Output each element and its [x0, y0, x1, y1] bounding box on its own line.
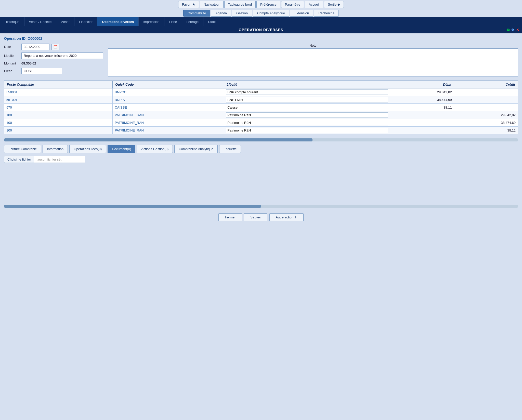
- sauver-button[interactable]: Sauver: [244, 213, 267, 221]
- third-nav: HistoriqueVente / RecetteAchatFinancierO…: [0, 17, 522, 26]
- credit-cell: [454, 104, 518, 111]
- bottom-tab-ecriture-comptable[interactable]: Ecriture Comptable: [4, 145, 41, 153]
- third-nav-lettrage[interactable]: Lettrage: [182, 17, 204, 26]
- poste-link[interactable]: 100: [6, 113, 12, 117]
- debit-cell: 29.842,82: [390, 88, 454, 96]
- bottom-tab-operations-liees[interactable]: Opérations liées(0): [69, 145, 106, 153]
- page-title-icons: ⧉ ✥ ✕: [507, 28, 519, 32]
- third-nav-stock[interactable]: Stock: [203, 17, 221, 26]
- bottom-hscroll-thumb: [4, 205, 261, 208]
- libelle-cell-input[interactable]: [226, 128, 388, 133]
- top-nav-tableau-de-bord[interactable]: Tableau de bord: [224, 1, 256, 8]
- montant-value: 68.355,62: [21, 61, 36, 65]
- col-debit: Débit: [390, 81, 454, 88]
- libelle-cell-input[interactable]: [226, 97, 388, 102]
- file-chooser-text: aucun fichier sél.: [34, 156, 85, 163]
- close-icon[interactable]: ✕: [516, 28, 519, 32]
- table-row: 100PATRIMOINE_RAN38.474,69: [4, 119, 518, 127]
- operation-id-label: Opération ID=: [4, 36, 28, 41]
- calendar-button[interactable]: 📅: [51, 44, 59, 50]
- page-title: OPÉRATION DIVERSES: [239, 28, 283, 32]
- operation-id-value: O000002: [28, 36, 42, 41]
- page-title-bar: OPÉRATION DIVERSES ⧉ ✥ ✕: [0, 26, 522, 33]
- fermer-button[interactable]: Fermer: [218, 213, 242, 221]
- debit-cell: [390, 127, 454, 134]
- libelle-cell-input[interactable]: [226, 120, 388, 125]
- table-row: 550001BNPCC29.842,82: [4, 88, 518, 96]
- third-nav-impression[interactable]: Impression: [139, 17, 164, 26]
- credit-cell: 38,11: [454, 127, 518, 134]
- credit-cell: 38.474,69: [454, 119, 518, 127]
- quickcode-link[interactable]: BNPLV: [115, 98, 125, 102]
- table-hscroll[interactable]: [4, 138, 518, 141]
- montant-label: Montant: [4, 61, 19, 65]
- bottom-tab-information[interactable]: Information: [43, 145, 68, 153]
- poste-link[interactable]: 100: [6, 121, 12, 125]
- debit-cell: [390, 111, 454, 119]
- bottom-tab-document[interactable]: Document(0): [108, 145, 135, 153]
- quickcode-link[interactable]: PATRIMOINE_RAN: [115, 113, 144, 117]
- third-nav-vente-recette[interactable]: Vente / Recette: [24, 17, 57, 26]
- third-nav-achat[interactable]: Achat: [56, 17, 74, 26]
- poste-link[interactable]: 100: [6, 128, 12, 132]
- libelle-row: Libellé: [4, 52, 103, 59]
- third-nav-fiche[interactable]: Fiche: [164, 17, 182, 26]
- note-label: Note: [108, 44, 518, 47]
- hscroll-thumb: [4, 138, 312, 141]
- second-nav-extension[interactable]: Extension: [290, 10, 313, 17]
- bottom-tab-comptabilite-analytique[interactable]: Comptabilité Analytique: [174, 145, 218, 153]
- col-libelle: Libellé: [224, 81, 390, 88]
- third-nav-historique[interactable]: Historique: [0, 17, 24, 26]
- piece-input[interactable]: [21, 68, 62, 74]
- montant-row: Montant 68.355,62: [4, 61, 103, 65]
- debit-cell: 38.474,69: [390, 96, 454, 104]
- libelle-cell-input[interactable]: [226, 105, 388, 110]
- top-nav-sortie[interactable]: Sortie ◆: [324, 1, 344, 8]
- second-nav: ComptabilitéAgendaGestionCompta Analytiq…: [0, 9, 522, 17]
- note-textarea[interactable]: [108, 48, 518, 76]
- table-header: Poste Comptable Quick Code Libellé Débit…: [4, 81, 518, 88]
- autre-action-button[interactable]: Autre action ⇓: [269, 213, 304, 221]
- bottom-hscroll[interactable]: [4, 205, 518, 208]
- poste-link[interactable]: 551001: [6, 98, 17, 102]
- libelle-input[interactable]: [21, 52, 103, 59]
- quickcode-link[interactable]: PATRIMOINE_RAN: [115, 121, 144, 125]
- second-nav-gestion[interactable]: Gestion: [232, 10, 252, 17]
- col-quickcode: Quick Code: [113, 81, 224, 88]
- second-nav-agenda[interactable]: Agenda: [211, 10, 231, 17]
- table-scroll-area: Poste Comptable Quick Code Libellé Débit…: [4, 81, 518, 136]
- quickcode-link[interactable]: CAISSE: [115, 106, 127, 109]
- second-nav-comptabilite[interactable]: Comptabilité: [183, 10, 210, 17]
- top-nav-favori[interactable]: Favori ★: [178, 1, 199, 8]
- quickcode-link[interactable]: BNPCC: [115, 90, 126, 94]
- col-poste: Poste Comptable: [4, 81, 113, 88]
- bottom-tabs: Ecriture ComptableInformationOpérations …: [4, 145, 518, 153]
- expand-icon[interactable]: ⧉: [507, 28, 510, 32]
- third-nav-operations-diverses[interactable]: Opérations diverses: [97, 17, 139, 26]
- libelle-label: Libellé: [4, 54, 19, 58]
- libelle-cell-input[interactable]: [226, 112, 388, 118]
- top-nav-navigateur[interactable]: Navigateur: [200, 1, 224, 8]
- poste-link[interactable]: 550001: [6, 90, 17, 94]
- operation-id: Opération ID=O000002: [4, 36, 518, 41]
- debit-cell: [390, 119, 454, 127]
- bottom-tab-etiquette[interactable]: Etiquette: [219, 145, 241, 153]
- move-icon[interactable]: ✥: [511, 28, 515, 32]
- file-chooser-button[interactable]: Choisir le fichier: [4, 156, 34, 163]
- second-nav-compta-analytique[interactable]: Compta Analytique: [253, 10, 289, 17]
- poste-link[interactable]: 570: [6, 106, 12, 109]
- top-nav-accueil[interactable]: Accueil: [305, 1, 323, 8]
- document-area: [4, 165, 518, 201]
- table-row: 100PATRIMOINE_RAN38,11: [4, 127, 518, 134]
- form-left: Date 📅 Libellé Montant 68.355,62 Pièce: [4, 44, 103, 76]
- top-nav-parametre[interactable]: Paramètre: [281, 1, 304, 8]
- top-nav-preference[interactable]: Préférence: [256, 1, 280, 8]
- third-nav-financier[interactable]: Financier: [74, 17, 97, 26]
- quickcode-link[interactable]: PATRIMOINE_RAN: [115, 128, 144, 132]
- libelle-cell-input[interactable]: [226, 89, 388, 95]
- second-nav-recherche[interactable]: Recherche: [314, 10, 339, 17]
- bottom-tab-actions-gestion[interactable]: Actions Gestion(0): [137, 145, 173, 153]
- piece-row: Pièce: [4, 68, 103, 74]
- date-input[interactable]: [21, 44, 49, 50]
- date-row: Date 📅: [4, 44, 103, 50]
